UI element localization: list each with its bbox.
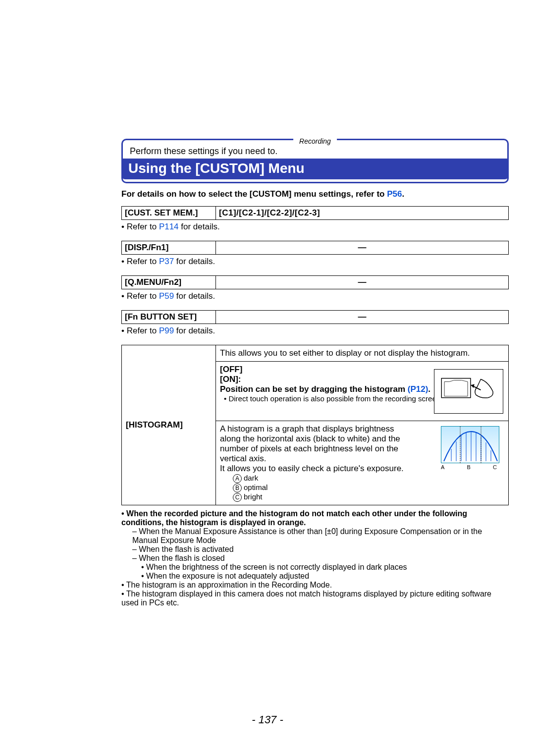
hist-desc-b: It allows you to easily check a picture'… (220, 464, 404, 473)
histogram-row2: [OFF] [ON]: Position can be set by dragg… (216, 362, 509, 421)
note-2: • The histogram is an approximation in t… (121, 581, 509, 590)
setting-custsetmem: [CUST. SET MEM.] [C1]/[C2-1]/[C2-2]/[C2-… (121, 206, 509, 220)
list-item-c: Cbright (233, 492, 413, 502)
circle-b-icon: B (233, 484, 242, 492)
note-3: • The histogram displayed in this camera… (121, 590, 509, 607)
list-item-b: Boptimal (233, 483, 413, 492)
custsetmem-refer: • Refer to P114 for details. (121, 222, 509, 232)
graph-label-a: A (441, 464, 448, 472)
refer-link-p37[interactable]: P37 (159, 257, 174, 266)
histogram-row3: A histogram is a graph that displays bri… (216, 421, 509, 505)
note-1-3b: • When the exposure is not adequately ad… (121, 572, 509, 581)
fnbutton-label: [Fn BUTTON SET] (122, 311, 216, 324)
section-tab: Recording (293, 137, 337, 145)
histogram-table: [HISTOGRAM] This allows you to set eithe… (121, 345, 509, 505)
section-header: Recording Perform these settings if you … (121, 139, 509, 183)
note-1-3: – When the flash is closed (121, 554, 509, 563)
setting-dispfn1: [DISP./Fn1] — (121, 241, 509, 255)
list-item-a: Adark (233, 474, 413, 483)
fnbutton-refer: • Refer to P99 for details. (121, 326, 509, 336)
refer-link-p99[interactable]: P99 (159, 326, 174, 335)
pos-post: . (428, 384, 430, 394)
list-c-text: bright (244, 492, 263, 501)
custsetmem-value: [C1]/[C2-1]/[C2-2]/[C2-3] (216, 207, 509, 220)
refer-post: for details. (179, 222, 220, 231)
details-link[interactable]: P56 (387, 189, 402, 199)
refer-link-p59[interactable]: P59 (159, 291, 174, 301)
dispfn1-value: — (216, 241, 509, 255)
refer-post: for details. (174, 326, 215, 335)
list-a-text: dark (244, 474, 258, 482)
dispfn1-label: [DISP./Fn1] (122, 241, 216, 255)
histogram-graph-icon: A B C (441, 426, 500, 472)
qmenu-label: [Q.MENU/Fn2] (122, 276, 216, 289)
refer-pre: • Refer to (121, 222, 159, 231)
pos-link[interactable]: (P12) (408, 384, 428, 394)
histogram-row1: This allows you to set either to display… (216, 345, 509, 362)
graph-label-b: B (467, 464, 475, 472)
page-number: - 137 - (0, 713, 535, 726)
note-1-2: – When the flash is activated (121, 545, 509, 554)
setting-fnbutton: [Fn BUTTON SET] — (121, 310, 509, 324)
custsetmem-label: [CUST. SET MEM.] (122, 207, 216, 220)
refer-pre: • Refer to (121, 257, 159, 266)
hist-desc-a: A histogram is a graph that displays bri… (220, 424, 400, 463)
details-line: For details on how to select the [CUSTOM… (121, 189, 509, 199)
pos-pre: Position can be set by dragging the hist… (220, 384, 408, 394)
custsetmem-value-text: [C1]/[C2-1]/[C2-2]/[C2-3] (219, 208, 320, 217)
refer-post: for details. (174, 291, 215, 301)
dispfn1-refer: • Refer to P37 for details. (121, 257, 509, 267)
refer-pre: • Refer to (121, 326, 159, 335)
note-1-3a: • When the brightness of the screen is n… (121, 563, 509, 572)
graph-label-c: C (493, 464, 500, 472)
circle-c-icon: C (233, 493, 242, 502)
fnbutton-value: — (216, 311, 509, 324)
refer-pre: • Refer to (121, 291, 159, 301)
qmenu-value: — (216, 276, 509, 289)
details-suffix: . (402, 189, 404, 199)
details-prefix: For details on how to select the [CUSTOM… (121, 189, 387, 199)
circle-a-icon: A (233, 474, 242, 483)
list-b-text: optimal (244, 483, 268, 491)
histogram-label: [HISTOGRAM] (122, 345, 216, 505)
refer-link-p114[interactable]: P114 (159, 222, 179, 231)
section-title: Using the [CUSTOM] Menu (121, 159, 509, 179)
touch-drag-icon (434, 369, 503, 414)
notes-block: • When the recorded picture and the hist… (121, 509, 509, 607)
qmenu-refer: • Refer to P59 for details. (121, 291, 509, 301)
refer-post: for details. (174, 257, 215, 266)
note-1-1: – When the Manual Exposure Assistance is… (121, 527, 509, 545)
note-1: • When the recorded picture and the hist… (121, 509, 509, 527)
setting-qmenu: [Q.MENU/Fn2] — (121, 275, 509, 289)
